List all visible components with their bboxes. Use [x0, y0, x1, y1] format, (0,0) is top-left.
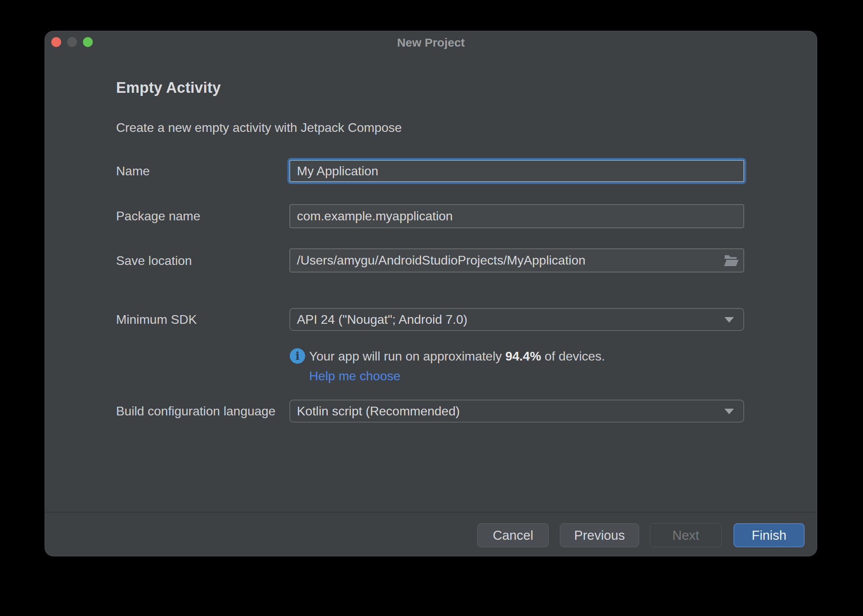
sdk-info-suffix: of devices.: [541, 349, 605, 363]
minimum-sdk-select[interactable]: API 24 ("Nougat"; Android 7.0): [289, 308, 744, 331]
page-subtitle: Create a new empty activity with Jetpack…: [116, 120, 402, 135]
browse-folder-button[interactable]: [722, 252, 741, 269]
chevron-down-icon: [724, 317, 734, 323]
save-location-input[interactable]: [289, 248, 744, 272]
window-title: New Project: [45, 36, 817, 49]
name-label: Name: [116, 158, 150, 184]
title-bar: New Project: [45, 31, 817, 53]
previous-button[interactable]: Previous: [560, 523, 639, 547]
package-name-input[interactable]: [289, 204, 744, 228]
footer-divider: [45, 512, 817, 513]
sdk-info-text: Your app will run on approximately 94.4%…: [309, 349, 605, 364]
folder-open-icon: [722, 263, 740, 269]
help-me-choose-link[interactable]: Help me choose: [309, 369, 400, 383]
minimum-sdk-label: Minimum SDK: [116, 308, 197, 331]
page-title: Empty Activity: [116, 79, 221, 96]
minimum-sdk-value: API 24 ("Nougat"; Android 7.0): [297, 312, 467, 327]
save-location-label: Save location: [116, 248, 192, 273]
info-icon: i: [290, 348, 305, 364]
build-config-value: Kotlin script (Recommended): [297, 404, 460, 418]
name-input[interactable]: [289, 160, 744, 182]
chevron-down-icon: [724, 409, 734, 414]
build-config-label: Build configuration language: [116, 400, 276, 423]
sdk-info-prefix: Your app will run on approximately: [309, 349, 505, 363]
build-config-select[interactable]: Kotlin script (Recommended): [289, 400, 744, 423]
next-button: Next: [650, 523, 722, 547]
cancel-button[interactable]: Cancel: [477, 523, 549, 547]
package-name-label: Package name: [116, 204, 200, 228]
finish-button[interactable]: Finish: [734, 523, 805, 547]
sdk-info-percent: 94.4%: [505, 349, 541, 363]
new-project-dialog: New Project Empty Activity Create a new …: [45, 31, 817, 556]
